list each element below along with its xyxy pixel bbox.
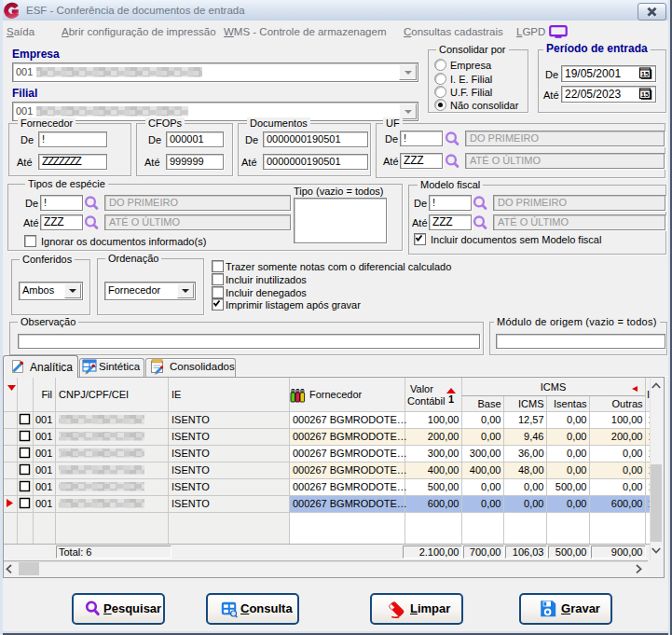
svg-text:0,00: 0,00 (623, 464, 642, 476)
svg-text:900,00: 900,00 (611, 546, 643, 558)
svg-text:100,00: 100,00 (611, 414, 643, 425)
svg-text:106,03: 106,03 (513, 546, 544, 558)
svg-text:2.100,00: 2.100,00 (419, 546, 459, 558)
svg-text:0,00: 0,00 (481, 414, 501, 425)
svg-text:001: 001 (35, 464, 52, 476)
svg-text:12,57: 12,57 (518, 414, 544, 425)
svg-text:I: I (647, 389, 650, 400)
svg-text:Contábil: Contábil (407, 395, 445, 407)
svg-text:200,00: 200,00 (428, 431, 459, 442)
svg-text:15: 15 (641, 70, 650, 78)
svg-text:200,00: 200,00 (611, 431, 643, 442)
svg-text:300,00: 300,00 (428, 448, 459, 459)
svg-text:700,00: 700,00 (470, 546, 501, 558)
svg-text:48,00: 48,00 (518, 464, 544, 476)
svg-text:ISENTO: ISENTO (171, 431, 210, 442)
svg-text:500,00: 500,00 (555, 481, 587, 492)
svg-text:ICMS: ICMS (541, 381, 567, 393)
svg-text:9,46: 9,46 (524, 431, 543, 442)
svg-text:15: 15 (641, 90, 650, 99)
svg-text:Total: 6: Total: 6 (59, 546, 91, 558)
svg-text:0,00: 0,00 (567, 498, 586, 509)
svg-text:0,00: 0,00 (481, 431, 501, 442)
svg-text:000267 BGMRODOTE…: 000267 BGMRODOTE… (293, 414, 407, 425)
svg-text:ISENTO: ISENTO (171, 498, 210, 509)
svg-text:500,00: 500,00 (555, 546, 587, 558)
svg-text:600,00: 600,00 (611, 498, 643, 509)
svg-text:0,00: 0,00 (524, 481, 543, 492)
svg-text:Outras: Outras (611, 398, 643, 409)
svg-text:0,00: 0,00 (623, 481, 642, 492)
svg-text:100,00: 100,00 (428, 414, 459, 425)
svg-text:Base: Base (477, 398, 501, 409)
svg-text:0,00: 0,00 (567, 414, 586, 425)
svg-text:1: 1 (448, 393, 454, 405)
svg-text:36,00: 36,00 (518, 448, 544, 459)
svg-text:001: 001 (35, 414, 52, 425)
svg-text:0,00: 0,00 (623, 448, 642, 459)
svg-text:000267 BGMRODOTE…: 000267 BGMRODOTE… (293, 448, 407, 459)
svg-text:000267 BGMRODOTE…: 000267 BGMRODOTE… (293, 498, 407, 509)
svg-text:ICMS: ICMS (518, 398, 544, 409)
svg-text:0,00: 0,00 (481, 498, 501, 509)
svg-text:ISENTO: ISENTO (171, 414, 210, 425)
svg-text:300,00: 300,00 (470, 448, 501, 459)
svg-text:0,00: 0,00 (481, 481, 501, 492)
svg-text:Valor: Valor (410, 383, 433, 394)
svg-text:000267 BGMRODOTE…: 000267 BGMRODOTE… (293, 481, 407, 492)
svg-text:001: 001 (35, 431, 52, 442)
svg-text:ISENTO: ISENTO (171, 448, 210, 459)
svg-text:IE: IE (171, 389, 181, 400)
svg-text:Fornecedor: Fornecedor (309, 389, 363, 400)
svg-text:400,00: 400,00 (470, 464, 501, 476)
svg-text:0,00: 0,00 (567, 431, 586, 442)
svg-text:400,00: 400,00 (428, 464, 459, 476)
svg-text:0,00: 0,00 (567, 448, 586, 459)
svg-text:CNPJ/CPF/CEI: CNPJ/CPF/CEI (59, 389, 129, 400)
svg-text:0,00: 0,00 (567, 464, 586, 476)
svg-text:Isentas: Isentas (554, 398, 587, 409)
svg-text:001: 001 (35, 448, 52, 459)
svg-text:ISENTO: ISENTO (171, 464, 210, 476)
svg-text:001: 001 (35, 481, 52, 492)
svg-text:ISENTO: ISENTO (171, 481, 210, 492)
svg-text:0,00: 0,00 (524, 498, 543, 509)
svg-text:001: 001 (35, 498, 52, 509)
svg-text:Fil: Fil (41, 389, 52, 400)
svg-text:000267 BGMRODOTE…: 000267 BGMRODOTE… (293, 464, 407, 476)
svg-text:000267 BGMRODOTE…: 000267 BGMRODOTE… (293, 431, 407, 442)
svg-text:500,00: 500,00 (428, 481, 459, 492)
svg-text:600,00: 600,00 (428, 498, 459, 509)
